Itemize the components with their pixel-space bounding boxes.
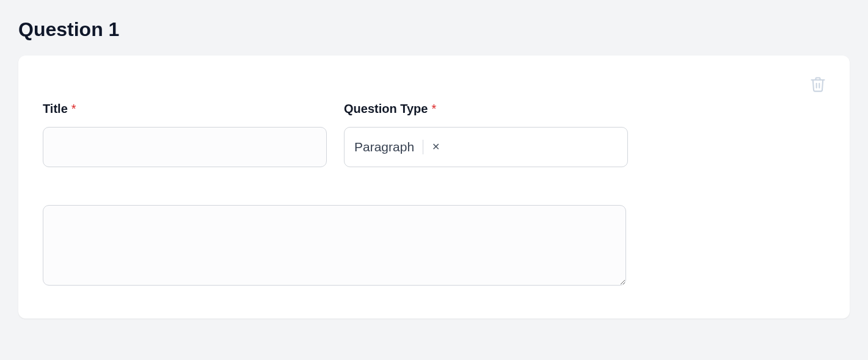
type-label: Question Type* — [344, 102, 628, 116]
title-label: Title* — [43, 102, 327, 116]
title-input[interactable] — [43, 127, 327, 167]
question-type-select[interactable]: Paragraph ✕ — [344, 127, 628, 167]
close-icon: ✕ — [432, 142, 440, 152]
delete-question-button[interactable] — [806, 73, 830, 97]
question-body-textarea[interactable] — [43, 205, 626, 286]
type-label-text: Question Type — [344, 102, 428, 115]
required-asterisk: * — [431, 102, 436, 115]
required-asterisk: * — [71, 102, 76, 115]
type-field-group: Question Type* Paragraph ✕ — [344, 102, 628, 167]
title-label-text: Title — [43, 102, 68, 115]
question-card: Title* Question Type* Paragraph ✕ — [18, 56, 850, 319]
title-field-group: Title* — [43, 102, 327, 167]
page-title: Question 1 — [18, 18, 850, 41]
clear-selection-button[interactable]: ✕ — [423, 142, 440, 152]
select-value: Paragraph — [354, 140, 423, 154]
field-row: Title* Question Type* Paragraph ✕ — [43, 102, 825, 167]
trash-icon — [809, 76, 826, 95]
